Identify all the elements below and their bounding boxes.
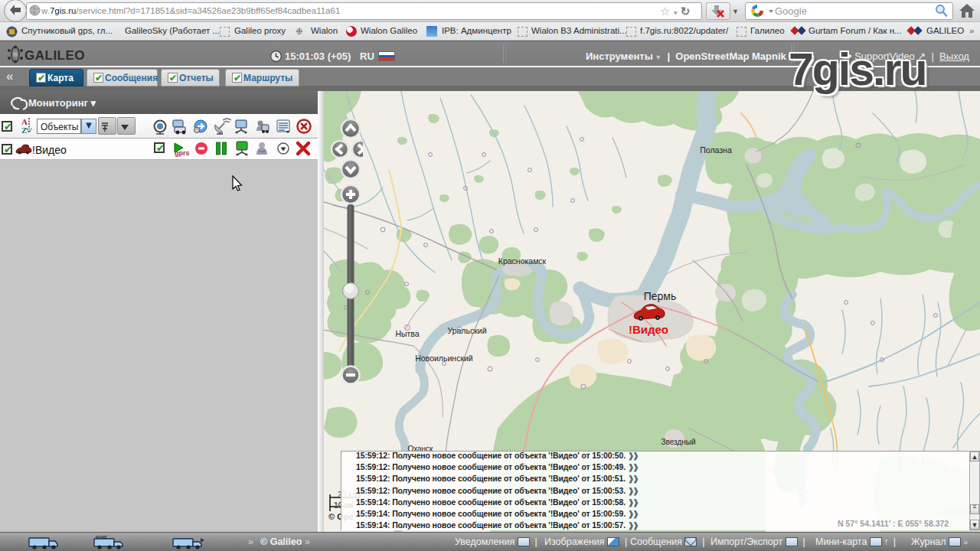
svg-text:Полазна: Полазна bbox=[700, 145, 732, 155]
svg-text:Уральский: Уральский bbox=[447, 326, 486, 335]
svg-text:Нытва: Нытва bbox=[395, 329, 419, 338]
svg-text:Краснокамск: Краснокамск bbox=[498, 256, 547, 266]
svg-text:Z: Z bbox=[21, 126, 27, 135]
svg-text:gprs: gprs bbox=[175, 149, 190, 157]
svg-text:Пермь: Пермь bbox=[644, 290, 677, 302]
svg-text:Новоильинский: Новоильинский bbox=[415, 354, 473, 363]
svg-text:!Видео: !Видео bbox=[629, 323, 668, 336]
svg-text:Звездный: Звездный bbox=[661, 438, 695, 446]
